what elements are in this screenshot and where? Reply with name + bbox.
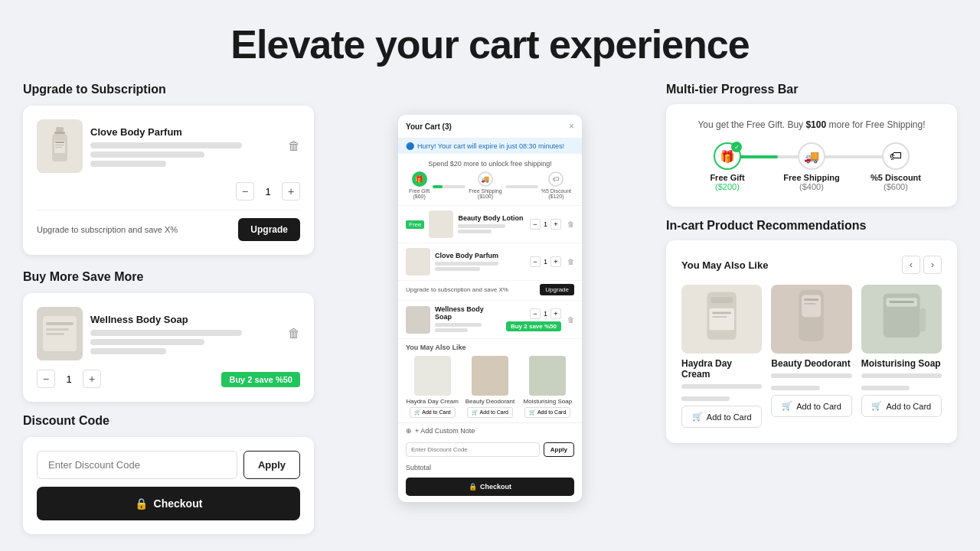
rec-name-cream: Haydra Day Cream bbox=[406, 398, 458, 405]
svg-rect-0 bbox=[56, 127, 64, 132]
svg-rect-21 bbox=[804, 298, 818, 301]
milestone-shipping-label: Free Shipping bbox=[783, 173, 839, 182]
add-note-icon: ⊕ bbox=[406, 427, 412, 435]
upgrade-button[interactable]: Upgrade bbox=[238, 218, 300, 241]
lock-icon: 🔒 bbox=[135, 497, 148, 510]
qty-val-lotion: 1 bbox=[544, 220, 547, 228]
upgrade-section-title: Upgrade to Subscription bbox=[23, 83, 314, 96]
progress-icon-discount-circle: 🏷 bbox=[548, 171, 564, 187]
qty-value: 1 bbox=[61, 373, 77, 385]
qty-increase-btn-small[interactable]: + bbox=[550, 219, 561, 230]
add-to-card-small-btn[interactable]: 🛒 Add to Card bbox=[410, 407, 456, 418]
rec-products: Haydra Day Cream 🛒 Add to Card bbox=[681, 285, 942, 428]
svg-rect-20 bbox=[802, 295, 822, 317]
product-image-soap bbox=[37, 307, 83, 360]
add-label-cream: Add to Card bbox=[707, 412, 752, 422]
svg-rect-14 bbox=[710, 297, 733, 303]
svg-rect-9 bbox=[46, 322, 74, 325]
qty-decrease-btn-small[interactable]: − bbox=[530, 219, 541, 230]
qty-decrease-btn[interactable]: − bbox=[37, 370, 55, 388]
rec-product-name-cream: Haydra Day Cream bbox=[681, 358, 762, 380]
free-badge: Free bbox=[406, 220, 424, 229]
rec-prev-btn[interactable]: ‹ bbox=[902, 256, 920, 274]
rec-next-btn[interactable]: › bbox=[923, 256, 942, 274]
milestone-gift-sublabel: ($200) bbox=[715, 182, 740, 191]
cart-item-name-parfum: Clove Body Parfum bbox=[435, 252, 525, 259]
qty-decrease-btn-small[interactable]: − bbox=[530, 308, 541, 319]
rec-item-cream: Haydra Day Cream 🛒 Add to Card bbox=[406, 356, 459, 418]
qty-increase-btn-small[interactable]: + bbox=[550, 256, 561, 267]
milestone-gift-circle: 🎁 ✓ bbox=[714, 142, 741, 170]
add-to-card-small-btn[interactable]: 🛒 Add to Card bbox=[467, 407, 513, 418]
buy-more-badge: Buy 2 save %50 bbox=[221, 372, 300, 387]
trash-icon-small[interactable]: 🗑 bbox=[567, 316, 574, 324]
milestone-discount-sublabel: ($600) bbox=[884, 182, 908, 191]
cart-apply-btn[interactable]: Apply bbox=[544, 442, 574, 457]
rec-product-line bbox=[861, 373, 942, 378]
subscription-text: Upgrade to subscription and save X% bbox=[37, 225, 178, 234]
product-info-soap: Wellness Body Soap bbox=[90, 314, 280, 354]
discount-title: Discount Code bbox=[23, 414, 314, 428]
add-to-card-btn-soap[interactable]: 🛒 Add to Card bbox=[861, 395, 942, 417]
add-to-card-btn-deodorant[interactable]: 🛒 Add to Card bbox=[771, 395, 851, 417]
left-column: Upgrade to Subscription bbox=[23, 83, 314, 534]
cart-item-soap: Wellness Body Soap − 1 + Buy 2 save %50 … bbox=[398, 301, 582, 339]
svg-rect-11 bbox=[46, 333, 64, 335]
qty-decrease-btn[interactable]: − bbox=[236, 182, 254, 201]
cart-item-line bbox=[435, 267, 480, 271]
rec-product-name-deodorant: Beauty Deodorant bbox=[771, 358, 851, 369]
trash-icon-small[interactable]: 🗑 bbox=[567, 258, 574, 266]
cart-item-content-lotion: Beauty Body Lotion bbox=[458, 214, 525, 235]
qty-decrease-btn-small[interactable]: − bbox=[530, 256, 541, 267]
cart-close-icon[interactable]: × bbox=[569, 121, 574, 132]
cart-sub-row: Upgrade to subscription and save X% Upgr… bbox=[398, 281, 582, 301]
progress-bar-card: You get the Free Gift. Buy $100 more for… bbox=[666, 104, 957, 207]
cart-item-name-soap: Wellness Body Soap bbox=[435, 305, 501, 321]
discount-input[interactable] bbox=[37, 451, 237, 479]
qty-increase-btn-small[interactable]: + bbox=[550, 308, 561, 319]
placeholder-line bbox=[90, 142, 242, 148]
cart-item-img-soap bbox=[406, 306, 430, 334]
svg-rect-6 bbox=[55, 147, 62, 148]
product-name-parfum: Clove Body Parfum bbox=[90, 126, 280, 138]
cart-header: Your Cart (3) × bbox=[398, 115, 582, 139]
trash-icon[interactable]: 🗑 bbox=[288, 139, 300, 153]
qty-increase-btn[interactable]: + bbox=[282, 182, 300, 201]
rec-img-moist bbox=[529, 356, 566, 396]
trash-icon-small[interactable]: 🗑 bbox=[567, 220, 574, 228]
rec-item-deodorant: Beauty Deodorant 🛒 Add to Card bbox=[463, 356, 516, 418]
rec-product-img-soap bbox=[861, 285, 942, 354]
qty-increase-btn[interactable]: + bbox=[83, 370, 101, 388]
rec-product-name-soap: Moisturising Soap bbox=[861, 358, 942, 369]
cart-item-line bbox=[458, 224, 505, 228]
rec-product-img-cream bbox=[681, 285, 762, 354]
cart-item-content-parfum: Clove Body Parfum bbox=[435, 252, 525, 272]
upgrade-btn-small[interactable]: Upgrade bbox=[540, 284, 574, 295]
add-note-row: ⊕ + Add Custom Note bbox=[398, 422, 582, 439]
add-to-card-btn-cream[interactable]: 🛒 Add to Card bbox=[681, 406, 762, 428]
add-to-card-small-btn[interactable]: 🛒 Add to Card bbox=[524, 407, 570, 418]
qty-control-soap: − 1 + bbox=[37, 370, 101, 388]
progress-bar-section-wrapper: Multi-tier Progress Bar You get the Free… bbox=[666, 83, 957, 207]
cart-checkout-label: Checkout bbox=[480, 483, 511, 491]
progress-icon-discount: 🏷 %5 Discount($120) bbox=[541, 171, 571, 199]
rec-product-cream: Haydra Day Cream 🛒 Add to Card bbox=[681, 285, 762, 428]
checkout-button[interactable]: 🔒 Checkout bbox=[37, 487, 300, 520]
cart-checkout-btn[interactable]: 🔒 Checkout bbox=[406, 478, 574, 496]
cart-item-parfum: Clove Body Parfum − 1 + 🗑 bbox=[398, 243, 582, 281]
product-image-parfum bbox=[37, 119, 83, 173]
rec-img-cream bbox=[414, 356, 451, 396]
buy-more-badge-small: Buy 2 save %50 bbox=[506, 321, 561, 331]
rec-item-moist: Moisturising Soap 🛒 Add to Card bbox=[521, 356, 574, 418]
cart-discount-input[interactable] bbox=[406, 442, 540, 457]
trash-icon[interactable]: 🗑 bbox=[288, 327, 300, 341]
cart-item-qty-parfum: − 1 + bbox=[530, 256, 561, 267]
cart-item-line bbox=[435, 323, 482, 327]
cart-icon: 🛒 bbox=[782, 401, 792, 411]
qty-control-parfum: − 1 + bbox=[236, 182, 300, 201]
apply-button[interactable]: Apply bbox=[243, 451, 300, 479]
rec-product-line bbox=[681, 384, 762, 389]
cart-subtotal: Subtotal bbox=[398, 461, 582, 474]
cart-item-img-parfum bbox=[406, 248, 430, 276]
right-column: Multi-tier Progress Bar You get the Free… bbox=[666, 83, 957, 534]
